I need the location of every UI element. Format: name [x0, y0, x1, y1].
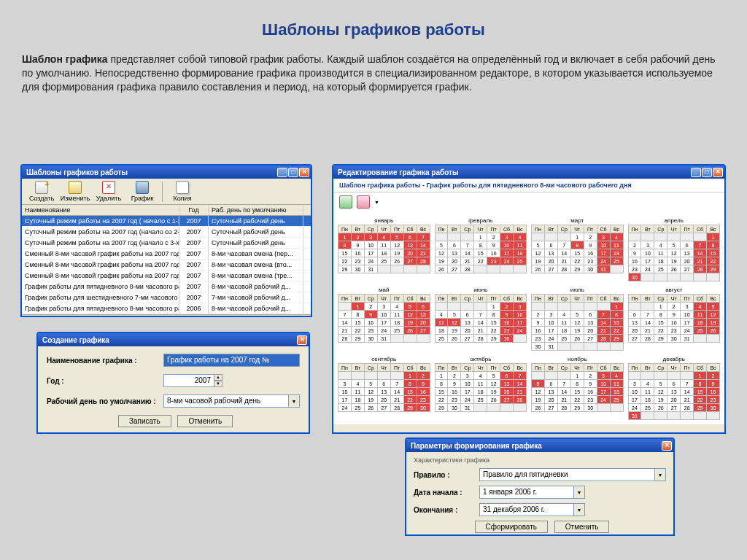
calendar-day[interactable]: 27 — [544, 404, 557, 412]
calendar-day[interactable]: 29 — [570, 404, 584, 412]
calendar-day[interactable]: 11 — [557, 319, 570, 327]
calendar-day[interactable]: 27 — [681, 265, 694, 273]
calendar-day[interactable]: 10 — [681, 311, 694, 319]
calendar-day[interactable]: 26 — [570, 335, 584, 343]
calendar-day[interactable]: 9 — [707, 380, 720, 388]
calendar-day[interactable]: 24 — [597, 257, 610, 265]
calendar-day[interactable]: 6 — [461, 311, 474, 319]
calendar-day[interactable]: 4 — [474, 372, 487, 380]
calendar-day[interactable]: 5 — [532, 241, 545, 249]
calendar-day[interactable]: 8 — [338, 241, 352, 249]
calendar-day[interactable]: 5 — [532, 380, 545, 388]
calendar-day[interactable]: 9 — [417, 380, 430, 388]
calendar-day[interactable]: 13 — [544, 388, 557, 396]
calendar-day[interactable]: 25 — [654, 265, 667, 273]
calendar-day[interactable]: 21 — [681, 396, 694, 404]
calendar-day[interactable]: 20 — [377, 396, 390, 404]
calendar-day[interactable]: 20 — [681, 257, 694, 265]
calendar-day[interactable]: 22 — [403, 396, 417, 404]
calendar-day[interactable]: 15 — [570, 388, 584, 396]
calendar-day[interactable]: 9 — [500, 311, 514, 319]
calendar-day[interactable]: 26 — [364, 404, 377, 412]
calendar-day[interactable]: 2 — [584, 372, 597, 380]
calendar-day[interactable]: 21 — [514, 388, 527, 396]
calendar-day[interactable]: 30 — [667, 335, 681, 343]
calendar-day[interactable]: 25 — [351, 404, 364, 412]
calendar-day[interactable]: 12 — [570, 319, 584, 327]
calendar-day[interactable]: 16 — [532, 327, 545, 335]
calendar-day[interactable]: 21 — [474, 327, 487, 335]
calendar-day[interactable]: 10 — [377, 311, 390, 319]
close-icon[interactable]: ✕ — [297, 335, 307, 345]
calendar-day[interactable]: 7 — [474, 311, 487, 319]
calendar-day[interactable]: 8 — [694, 380, 707, 388]
calendar-day[interactable]: 3 — [364, 233, 377, 241]
calendar-day[interactable]: 30 — [532, 343, 545, 351]
calendar-day[interactable]: 7 — [641, 311, 654, 319]
calendar-day[interactable]: 3 — [544, 311, 557, 319]
minimize-icon[interactable]: _ — [691, 168, 701, 177]
save-button[interactable]: Записать — [118, 415, 171, 427]
calendar-day[interactable]: 17 — [514, 319, 527, 327]
calendar-day[interactable]: 15 — [570, 249, 584, 257]
calendar-day[interactable]: 8 — [570, 380, 584, 388]
calendar-day[interactable]: 6 — [584, 311, 597, 319]
calendar-day[interactable]: 26 — [435, 265, 448, 273]
calendar-day[interactable]: 10 — [514, 311, 527, 319]
calendar-day[interactable]: 19 — [532, 257, 545, 265]
calendar-day[interactable]: 21 — [641, 327, 654, 335]
calendar-day[interactable]: 25 — [474, 396, 487, 404]
calendar-day[interactable]: 8 — [435, 380, 448, 388]
calendar-day[interactable]: 29 — [570, 265, 584, 273]
calendar-day[interactable]: 19 — [654, 396, 667, 404]
calendar-day[interactable]: 17 — [681, 319, 694, 327]
calendar-day[interactable]: 18 — [610, 249, 623, 257]
calendar-day[interactable]: 15 — [707, 249, 720, 257]
calendar-day[interactable]: 15 — [487, 319, 500, 327]
calendar-day[interactable]: 3 — [681, 303, 694, 311]
calendar-day[interactable]: 22 — [351, 327, 364, 335]
calendar-day[interactable]: 7 — [557, 380, 570, 388]
calendar-day[interactable]: 22 — [570, 396, 584, 404]
dropdown-icon[interactable]: ▼ — [574, 503, 585, 516]
calendar-day[interactable]: 16 — [417, 388, 430, 396]
calendar-day[interactable]: 14 — [557, 388, 570, 396]
calendar-day[interactable]: 26 — [390, 257, 403, 265]
calendar-day[interactable]: 15 — [694, 388, 707, 396]
calendar-day[interactable]: 11 — [435, 319, 448, 327]
calendar-day[interactable]: 19 — [364, 396, 377, 404]
table-row[interactable]: Сменный 8-ми часовой график работы на 20… — [22, 249, 311, 260]
calendar-day[interactable]: 31 — [544, 343, 557, 351]
calendar-day[interactable]: 1 — [338, 233, 352, 241]
view1-icon[interactable] — [339, 195, 352, 209]
calendar-day[interactable]: 23 — [584, 257, 597, 265]
calendar-day[interactable]: 2 — [487, 233, 500, 241]
calendar-day[interactable]: 18 — [435, 327, 448, 335]
calendar-day[interactable]: 17 — [364, 249, 377, 257]
calendar-day[interactable]: 16 — [584, 249, 597, 257]
calendar-day[interactable]: 22 — [338, 257, 352, 265]
calendar-day[interactable]: 29 — [351, 335, 364, 343]
calendar-day[interactable]: 11 — [351, 388, 364, 396]
calendar-day[interactable]: 23 — [532, 335, 545, 343]
calendar-day[interactable]: 5 — [667, 241, 681, 249]
calendar-day[interactable]: 17 — [597, 388, 610, 396]
calendar-day[interactable]: 14 — [338, 319, 352, 327]
calendar-day[interactable]: 18 — [557, 327, 570, 335]
calendar-day[interactable]: 30 — [707, 404, 720, 412]
calendar-day[interactable]: 2 — [707, 372, 720, 380]
table-row[interactable]: Суточный режим работы на 2007 год ( нача… — [22, 216, 311, 227]
calendar-day[interactable]: 4 — [390, 303, 403, 311]
copy-button[interactable]: Копия — [166, 181, 198, 202]
templates-titlebar[interactable]: Шаблоны графиков работы _ □ ✕ — [22, 166, 311, 179]
calendar-day[interactable]: 22 — [435, 396, 448, 404]
calendar-day[interactable]: 3 — [377, 303, 390, 311]
calendar-day[interactable]: 7 — [597, 311, 610, 319]
calendar-day[interactable]: 10 — [628, 388, 641, 396]
calendar-day[interactable]: 1 — [351, 303, 364, 311]
calendar-day[interactable]: 22 — [610, 327, 623, 335]
calendar-day[interactable]: 4 — [641, 380, 654, 388]
calendar-day[interactable]: 23 — [707, 396, 720, 404]
calendar-day[interactable]: 13 — [544, 249, 557, 257]
calendar-day[interactable]: 11 — [654, 249, 667, 257]
